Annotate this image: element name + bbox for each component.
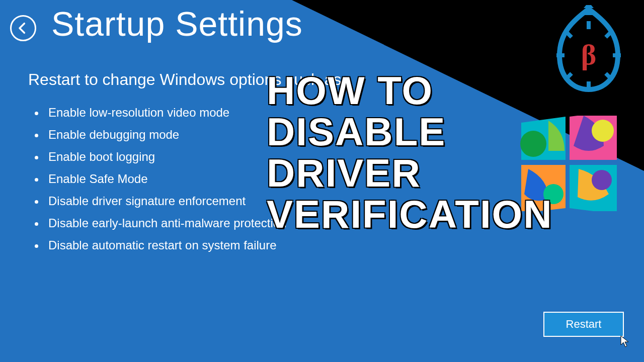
svg-line-6 (606, 31, 612, 37)
svg-line-5 (566, 31, 572, 37)
beta-logo-icon: β (543, 5, 634, 101)
list-item: Disable driver signature enforcement (45, 194, 287, 208)
list-item: Enable boot logging (45, 150, 287, 164)
headline-line: HOW TO (267, 70, 553, 112)
list-item: Disable early-launch anti-malware protec… (45, 216, 287, 230)
list-item: Disable automatic restart on system fail… (45, 238, 287, 252)
page-title: Startup Settings (51, 4, 303, 43)
svg-point-12 (592, 170, 612, 190)
startup-settings-screen: Startup Settings Restart to change Windo… (0, 0, 644, 362)
list-item: Enable low-resolution video mode (45, 106, 287, 120)
headline-line: VERIFICATION (267, 194, 553, 235)
beta-letter: β (581, 38, 597, 71)
options-list: Enable low-resolution video mode Enable … (45, 106, 287, 260)
restart-button[interactable]: Restart (543, 312, 624, 337)
back-button[interactable] (10, 15, 36, 41)
list-item: Enable debugging mode (45, 128, 287, 142)
svg-point-10 (592, 120, 614, 142)
thumbnail-headline: HOW TO DISABLE DRIVER VERIFICATION (267, 70, 553, 235)
header-row: Startup Settings (10, 4, 303, 43)
headline-line: DISABLE (267, 112, 553, 153)
arrow-left-icon (16, 21, 30, 35)
headline-line: DRIVER (267, 153, 553, 194)
list-item: Enable Safe Mode (45, 172, 287, 186)
